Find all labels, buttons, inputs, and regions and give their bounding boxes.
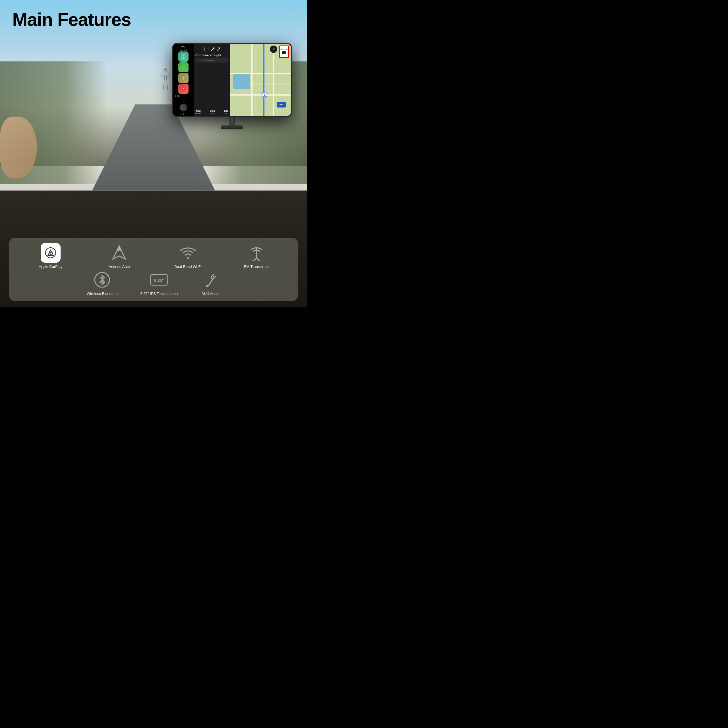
feature-carplay: Apple CarPlay [18,243,83,269]
nav-direction-text: Continue straight [195,54,228,57]
svg-rect-11 [181,66,186,69]
feature-fm: FM Transmitter [223,243,289,269]
device-screen: 9:41 ●●● LTE 6 [172,43,292,117]
map-background: S SPEED LIMIT 65 I-65 S [230,44,291,116]
feature-aux: AUX Audio [200,270,220,296]
wifi-icon [179,244,196,262]
screen-icon-wrap: 6.25" [149,270,169,290]
svg-point-38 [206,285,208,287]
aux-icon-wrap [200,270,220,290]
carplay-icon [44,246,57,259]
svg-line-37 [209,279,213,286]
svg-point-32 [255,248,258,249]
status-bar: 9:41 [173,45,194,49]
svg-text:6.25": 6.25" [154,278,164,283]
wifi-label: Dual-Band Wi-Fi [174,265,201,269]
feature-screen: 6.25" 6.25" IPS Touchscreen [140,270,178,296]
highway-badge: I-65 S [277,102,286,107]
screen-label: 6.25" IPS Touchscreen [140,292,178,296]
compass: S [270,46,277,53]
home-button[interactable] [179,104,187,112]
mount-stem [229,117,235,125]
aux-label: AUX Audio [202,292,220,296]
svg-point-28 [187,258,188,259]
device-container: 9:41 ●●● LTE 6 [172,43,292,129]
arrival-stat: 9:03 arrival [195,110,201,114]
carplay-icon-box [41,243,61,263]
feature-bluetooth: Wireless Bluetooth [87,270,118,296]
nav-distance: ↑ 167 mi Stay on... [195,58,228,63]
svg-marker-27 [116,246,122,252]
fm-icon [248,244,265,262]
hours-stat: 2:58 hrs [210,110,215,114]
arrow-3: ↗ [210,46,215,52]
page-title: Main Features [12,9,131,30]
power-tower [160,68,171,92]
feature-android-auto: Andorid Auto [86,243,152,269]
app-icon-music[interactable] [178,84,188,94]
android-auto-label: Andorid Auto [109,265,130,269]
carplay-label: Apple CarPlay [39,265,62,269]
miles-stat: 206 mi [224,110,228,114]
signal-text: ●●● LTE [179,49,187,51]
device-time: 9:41 [181,46,185,48]
speed-limit-sign: SPEED LIMIT 65 [279,46,289,58]
app-icon-maps[interactable] [178,52,188,62]
bluetooth-icon [93,271,111,288]
mount-base [221,125,243,129]
nav-arrows: ↑ ↑ ↗ ↗ [195,46,228,52]
arrow-1: ↑ [203,46,206,52]
side-time-display: 6:05 [175,95,179,98]
device-side-time: 6:05 [173,95,194,98]
android-auto-icon [111,244,128,262]
bluetooth-icon-wrap [92,270,112,290]
nav-stats-row: 9:03 arrival 2:58 hrs 206 mi [195,110,228,114]
arrow-2: ↑ [207,46,210,52]
aux-icon [202,271,219,288]
android-auto-icon-wrap [109,243,129,263]
arrow-4: ↗ [216,46,221,52]
wifi-icon-wrap [178,243,198,263]
dot-indicators [180,113,187,115]
map-area: S SPEED LIMIT 65 I-65 S [230,44,291,116]
feature-wifi: Dual-Band Wi-Fi [155,243,221,269]
fm-label: FM Transmitter [244,265,269,269]
page-wrapper: Main Features 9:41 ●●● LTE [0,0,307,307]
bluetooth-label: Wireless Bluetooth [87,292,118,296]
app-icon-messages[interactable] [178,62,188,72]
features-grid-row2: Wireless Bluetooth 6.25" 6.25" IPS Touch… [18,270,289,296]
svg-line-31 [257,258,260,262]
map-water [233,74,250,89]
location-indicator [262,92,267,98]
app-icon-podcasts[interactable] [178,73,188,83]
lte-display: LTE [182,99,185,100]
hand-hint [0,116,37,178]
route-line [263,44,265,116]
nav-panel: ↑ ↑ ↗ ↗ Continue straight ↑ 167 mi Stay … [194,44,230,116]
device-mount [172,117,292,129]
screen-size-icon: 6.25" [149,271,169,288]
features-grid-row1: Apple CarPlay Andorid Auto [18,243,289,269]
svg-marker-12 [182,69,183,70]
fm-icon-wrap [246,243,266,263]
svg-point-19 [183,88,184,89]
svg-point-14 [183,77,184,78]
svg-line-30 [252,258,257,262]
device-sidebar: 9:41 ●●● LTE 6 [173,44,194,116]
svg-rect-21 [182,106,185,109]
features-panel: Apple CarPlay Andorid Auto [9,238,298,301]
